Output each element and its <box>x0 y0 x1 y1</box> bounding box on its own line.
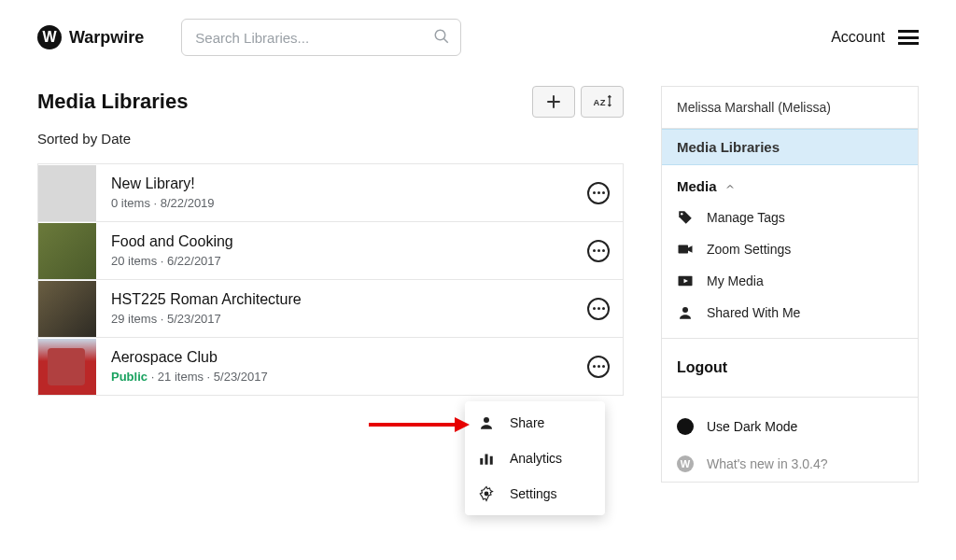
library-row[interactable]: Food and Cooking 20 items · 6/22/2017 <box>37 222 624 280</box>
more-icon <box>593 307 605 310</box>
svg-rect-10 <box>485 455 488 465</box>
svg-point-0 <box>436 30 446 40</box>
menu-item-label: Settings <box>510 486 557 501</box>
more-options-button[interactable] <box>587 298 610 320</box>
nav-item-label: Zoom Settings <box>707 242 791 257</box>
dark-mode-label: Use Dark Mode <box>707 419 797 434</box>
svg-text:Z: Z <box>600 97 606 107</box>
library-title: New Library! <box>111 175 587 192</box>
library-thumbnail <box>38 281 96 337</box>
page-title: Media Libraries <box>37 90 188 114</box>
gear-icon <box>478 485 495 502</box>
search-icon <box>433 28 450 45</box>
library-meta: 0 items · 8/22/2019 <box>111 196 587 210</box>
section-media-header[interactable]: Media <box>662 165 918 202</box>
header: W Warpwire Account <box>0 0 956 67</box>
more-options-button[interactable] <box>587 240 610 262</box>
account-link[interactable]: Account <box>831 29 885 46</box>
section-media-label: Media <box>677 178 717 194</box>
more-icon <box>593 191 605 194</box>
chevron-up-icon <box>724 181 736 192</box>
more-icon <box>593 365 605 368</box>
svg-rect-5 <box>679 245 689 254</box>
library-thumbnail <box>38 165 96 221</box>
nav-shared-with-me[interactable]: Shared With Me <box>662 297 918 329</box>
brand-logo-icon: W <box>37 25 62 49</box>
add-button[interactable] <box>532 86 575 118</box>
library-list: New Library! 0 items · 8/22/2019 Food an… <box>37 163 624 396</box>
svg-rect-9 <box>480 458 483 465</box>
more-icon <box>593 249 605 252</box>
library-row[interactable]: New Library! 0 items · 8/22/2019 <box>37 164 624 222</box>
nav-my-media[interactable]: My Media <box>662 265 918 297</box>
brand[interactable]: W Warpwire <box>37 25 144 49</box>
context-menu: Share Analytics Settings <box>465 401 605 515</box>
menu-item-label: Share <box>510 415 544 430</box>
more-options-button[interactable] <box>587 356 610 378</box>
public-badge: Public <box>111 370 148 384</box>
menu-share[interactable]: Share <box>465 405 605 441</box>
svg-rect-11 <box>490 456 493 465</box>
plus-icon <box>545 93 562 110</box>
more-options-button[interactable] <box>587 182 610 204</box>
svg-point-7 <box>682 307 688 313</box>
menu-analytics[interactable]: Analytics <box>465 441 605 476</box>
sort-status: Sorted by Date <box>37 131 624 147</box>
library-title: HST225 Roman Architecture <box>111 291 587 308</box>
nav-item-label: My Media <box>707 273 764 288</box>
divider <box>662 397 918 398</box>
nav-item-label: Shared With Me <box>707 305 800 320</box>
nav-media-libraries[interactable]: Media Libraries <box>662 129 918 165</box>
logout-button[interactable]: Logout <box>662 348 918 387</box>
logo-gray-icon: W <box>677 455 694 472</box>
brand-name: Warpwire <box>69 28 144 48</box>
account-panel: Melissa Marshall (Melissa) Media Librari… <box>661 86 919 483</box>
sort-az-icon: A Z <box>592 93 612 110</box>
svg-line-1 <box>444 38 449 43</box>
bars-icon <box>478 450 495 467</box>
menu-settings[interactable]: Settings <box>465 476 605 511</box>
current-user: Melissa Marshall (Melissa) <box>662 87 918 129</box>
whats-new-label: What's new in 3.0.4? <box>707 456 828 471</box>
library-thumbnail <box>38 339 96 395</box>
library-row[interactable]: Aerospace Club Public · 21 items · 5/23/… <box>37 338 624 396</box>
library-meta: 29 items · 5/23/2017 <box>111 312 587 326</box>
whats-new-link[interactable]: W What's new in 3.0.4? <box>662 446 918 482</box>
svg-text:A: A <box>594 97 600 107</box>
person-icon <box>478 414 495 431</box>
library-meta: 20 items · 6/22/2017 <box>111 254 587 268</box>
library-title: Aerospace Club <box>111 349 587 366</box>
dark-mode-icon <box>677 418 694 435</box>
divider <box>662 338 918 339</box>
dark-mode-toggle[interactable]: Use Dark Mode <box>662 407 918 446</box>
camera-icon <box>677 241 694 258</box>
svg-point-4 <box>681 213 682 215</box>
search-wrap <box>181 19 461 56</box>
nav-item-label: Manage Tags <box>707 210 785 225</box>
svg-point-12 <box>485 492 489 497</box>
tag-icon <box>677 209 694 226</box>
nav-zoom-settings[interactable]: Zoom Settings <box>662 233 918 265</box>
menu-item-label: Analytics <box>510 451 562 466</box>
play-icon <box>677 273 694 289</box>
person-icon <box>677 304 694 321</box>
menu-icon[interactable] <box>898 30 919 45</box>
search-input[interactable] <box>181 19 461 56</box>
library-title: Food and Cooking <box>111 233 587 250</box>
library-meta: Public · 21 items · 5/23/2017 <box>111 370 587 384</box>
nav-manage-tags[interactable]: Manage Tags <box>662 202 918 233</box>
sort-button[interactable]: A Z <box>581 86 624 118</box>
library-thumbnail <box>38 223 96 279</box>
library-row[interactable]: HST225 Roman Architecture 29 items · 5/2… <box>37 280 624 338</box>
svg-point-8 <box>484 417 489 423</box>
